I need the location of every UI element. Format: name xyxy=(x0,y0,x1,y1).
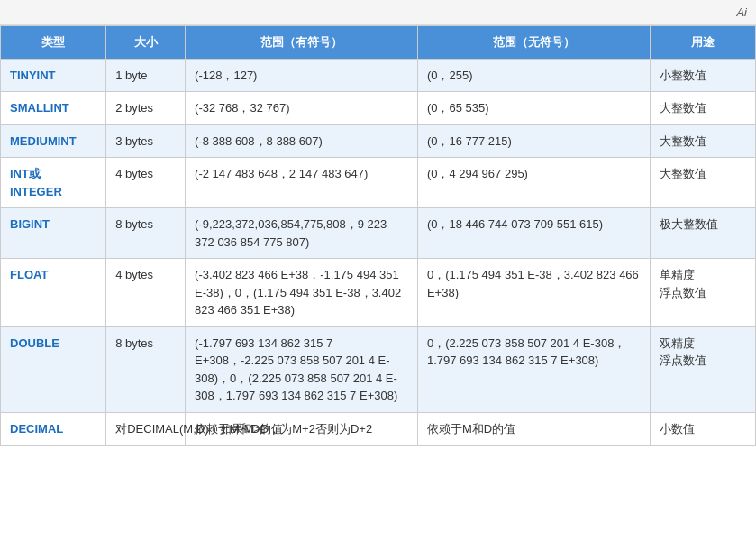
cell-size: 8 bytes xyxy=(106,326,186,412)
cell-unsigned: (0，18 446 744 073 709 551 615) xyxy=(417,208,650,259)
data-types-table: 类型 大小 范围（有符号） 范围（无符号） 用途 TINYINT1 byte(-… xyxy=(0,25,756,446)
ai-label: Ai xyxy=(736,5,747,19)
cell-size: 对DECIMAL(M,D)，如果M>D，为M+2否则为D+2 xyxy=(106,412,186,446)
cell-type: INT或 INTEGER xyxy=(1,158,106,208)
header-type: 类型 xyxy=(1,26,106,60)
cell-type: DOUBLE xyxy=(1,326,106,412)
header-unsigned: 范围（无符号） xyxy=(417,26,650,60)
cell-type: DECIMAL xyxy=(1,412,106,446)
cell-usage: 大整数值 xyxy=(650,158,755,208)
cell-signed: (-9,223,372,036,854,775,808，9 223 372 03… xyxy=(186,208,418,259)
table-row: FLOAT4 bytes(-3.402 823 466 E+38，-1.175 … xyxy=(1,259,756,327)
cell-usage: 大整数值 xyxy=(650,92,755,125)
cell-signed: (-8 388 608，8 388 607) xyxy=(186,124,418,158)
cell-usage: 单精度 浮点数值 xyxy=(650,259,755,327)
cell-signed: (-128，127) xyxy=(186,59,418,92)
table-header-row: 类型 大小 范围（有符号） 范围（无符号） 用途 xyxy=(1,26,756,60)
header-signed: 范围（有符号） xyxy=(186,26,418,60)
table-row: SMALLINT2 bytes(-32 768，32 767)(0，65 535… xyxy=(1,92,756,125)
table-row: TINYINT1 byte(-128，127)(0，255)小整数值 xyxy=(1,59,756,92)
cell-type: BIGINT xyxy=(1,208,106,259)
top-bar: Ai xyxy=(0,0,756,25)
cell-usage: 小数值 xyxy=(650,412,755,446)
cell-size: 8 bytes xyxy=(106,208,186,259)
cell-unsigned: 0，(2.225 073 858 507 201 4 E-308，1.797 6… xyxy=(417,326,650,412)
cell-usage: 极大整数值 xyxy=(650,208,755,259)
cell-unsigned: (0，16 777 215) xyxy=(417,124,650,158)
cell-signed: (-1.797 693 134 862 315 7 E+308，-2.225 0… xyxy=(186,326,418,412)
cell-unsigned: 依赖于M和D的值 xyxy=(417,412,650,446)
table-row: INT或 INTEGER4 bytes(-2 147 483 648，2 147… xyxy=(1,158,756,208)
table-row: MEDIUMINT3 bytes(-8 388 608，8 388 607)(0… xyxy=(1,124,756,158)
cell-unsigned: (0，255) xyxy=(417,59,650,92)
cell-signed: (-3.402 823 466 E+38，-1.175 494 351 E-38… xyxy=(186,259,418,327)
cell-type: TINYINT xyxy=(1,59,106,92)
cell-unsigned: 0，(1.175 494 351 E-38，3.402 823 466 E+38… xyxy=(417,259,650,327)
cell-unsigned: (0，4 294 967 295) xyxy=(417,158,650,208)
table-row: BIGINT8 bytes(-9,223,372,036,854,775,808… xyxy=(1,208,756,259)
header-size: 大小 xyxy=(106,26,186,60)
cell-size: 3 bytes xyxy=(106,124,186,158)
cell-usage: 小整数值 xyxy=(650,59,755,92)
cell-unsigned: (0，65 535) xyxy=(417,92,650,125)
cell-size: 4 bytes xyxy=(106,158,186,208)
cell-size: 2 bytes xyxy=(106,92,186,125)
header-usage: 用途 xyxy=(650,26,755,60)
cell-usage: 大整数值 xyxy=(650,124,755,158)
cell-size: 1 byte xyxy=(106,59,186,92)
cell-size: 4 bytes xyxy=(106,259,186,327)
table-row: DOUBLE8 bytes(-1.797 693 134 862 315 7 E… xyxy=(1,326,756,412)
page-wrapper: Ai 类型 大小 范围（有符号） 范围（无符号） 用途 TINYINT1 byt… xyxy=(0,0,756,533)
cell-type: SMALLINT xyxy=(1,92,106,125)
cell-signed: (-2 147 483 648，2 147 483 647) xyxy=(186,158,418,208)
cell-type: FLOAT xyxy=(1,259,106,327)
cell-usage: 双精度 浮点数值 xyxy=(650,326,755,412)
cell-signed: (-32 768，32 767) xyxy=(186,92,418,125)
cell-type: MEDIUMINT xyxy=(1,124,106,158)
table-row: DECIMAL对DECIMAL(M,D)，如果M>D，为M+2否则为D+2依赖于… xyxy=(1,412,756,446)
